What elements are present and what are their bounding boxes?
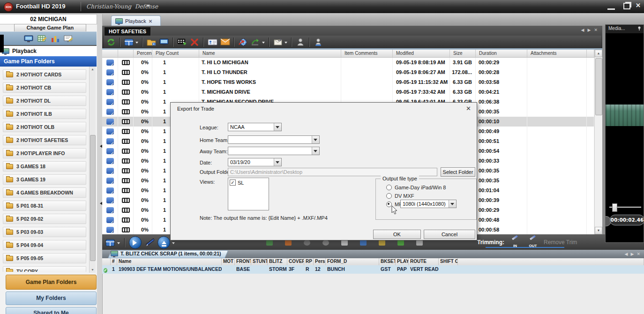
- playlist-tab[interactable]: T. BLITZ CHECK SCRAP (1 items, 00:00:21): [108, 250, 225, 258]
- pin-icon[interactable]: [637, 26, 642, 30]
- column-header-Size[interactable]: Size: [450, 50, 476, 57]
- nav-back-icon[interactable]: ◀: [581, 28, 584, 32]
- playlist-header-FRONT[interactable]: FRONT: [235, 258, 251, 265]
- shared-to-me-button[interactable]: Shared to Me: [6, 307, 97, 314]
- chevron-down-icon[interactable]: [274, 158, 281, 166]
- nav-forward-icon[interactable]: ▶: [588, 28, 591, 32]
- layout-grid-icon[interactable]: [105, 238, 115, 247]
- media-panel-title[interactable]: Media...: [606, 25, 644, 33]
- toolbar-icon-partial[interactable]: [397, 240, 404, 246]
- playlist-row[interactable]: ✓1190903 DEF TEAM MOTIONS/UNBALANCED, Pl…: [102, 265, 644, 274]
- monitor-icon[interactable]: [159, 37, 169, 47]
- column-header-blank[interactable]: [118, 50, 134, 57]
- dialog-close-icon[interactable]: ✕: [466, 105, 471, 112]
- restore-button[interactable]: [623, 3, 630, 9]
- layout-grid-icon[interactable]: [124, 37, 134, 47]
- export-icon[interactable]: [250, 37, 261, 47]
- column-header-blank[interactable]: [587, 50, 594, 57]
- folder-item[interactable]: 2 HOT\HOT CARDS: [3, 69, 86, 80]
- toolbar-icon-partial[interactable]: [360, 240, 367, 246]
- playlist-header-STUNT[interactable]: STUNT: [251, 258, 268, 265]
- column-header-Duration[interactable]: Duration: [476, 50, 527, 57]
- playlist-header-blank[interactable]: [102, 258, 111, 265]
- table-row[interactable]: 0%1T. HI LO MICHIGAN09-05-19 8:08:19 AM3…: [102, 58, 602, 67]
- game-plan-folders-header[interactable]: Game Plan Folders: [0, 56, 97, 67]
- send-attachment-icon[interactable]: [273, 37, 283, 47]
- dropdown-caret-icon[interactable]: [172, 242, 175, 246]
- column-header-Play Count[interactable]: Play Count: [152, 50, 199, 57]
- folder-item[interactable]: 5 P04 09-04: [3, 240, 86, 250]
- folder-item[interactable]: TV COPY: [3, 266, 86, 272]
- table-row[interactable]: 0%1T. HI LO THUNDER09-05-19 8:06:27 AM17…: [102, 67, 602, 77]
- playlist-header-RP[interactable]: RP: [304, 258, 314, 265]
- folder-item[interactable]: 2 HOT\HOT OLB: [3, 122, 86, 132]
- playlist-header-ROUTE[interactable]: ROUTE: [409, 258, 439, 265]
- monitor-icon[interactable]: [24, 35, 33, 43]
- ok-button[interactable]: OK: [373, 230, 421, 239]
- open-folder-video-icon[interactable]: [146, 37, 157, 47]
- remove-trim-button[interactable]: Remove Trim: [544, 239, 577, 246]
- column-header-Attachments[interactable]: Attachments: [527, 50, 587, 57]
- delete-icon[interactable]: [189, 37, 200, 47]
- playback-section-header[interactable]: Playback: [0, 45, 97, 56]
- playlist-header-#[interactable]: #: [111, 258, 117, 265]
- dropdown-caret-icon[interactable]: [117, 242, 120, 246]
- table-row[interactable]: 0%1T. HOPE THIS WORKS09-05-19 11:15:32 A…: [102, 77, 602, 87]
- folder-item[interactable]: 5 P05 09-05: [3, 253, 86, 263]
- scroll-down-icon[interactable]: ▼: [90, 267, 96, 273]
- chevron-down-icon[interactable]: [312, 136, 319, 143]
- playlist-header-BLITZ[interactable]: BLITZ: [268, 258, 287, 265]
- folder-list-scrollbar[interactable]: ▲ ▼: [89, 67, 96, 273]
- column-header-blank[interactable]: [102, 50, 118, 57]
- dropdown-caret-icon[interactable]: [262, 42, 265, 45]
- column-header-Item Comments[interactable]: Item Comments: [341, 50, 393, 57]
- column-header-Percent...[interactable]: Percent...: [134, 50, 152, 57]
- media-slider-handle[interactable]: [612, 203, 617, 212]
- toolbar-icon-partial[interactable]: [322, 240, 329, 246]
- scrollbar-thumb[interactable]: [90, 135, 96, 261]
- dropdown-caret-icon[interactable]: [285, 42, 287, 45]
- playlist-header-blank[interactable]: [458, 258, 644, 265]
- toolbar-icon-partial[interactable]: [285, 240, 292, 246]
- panel-close-icon[interactable]: ✕: [594, 28, 598, 32]
- play-button[interactable]: [129, 236, 142, 249]
- playlist-header-MOT[interactable]: MOT: [222, 258, 235, 265]
- refresh-icon[interactable]: [106, 37, 116, 47]
- change-game-plan-button[interactable]: Change Game Plan: [14, 24, 86, 32]
- close-button[interactable]: ✕: [636, 2, 641, 9]
- mp4-format-select[interactable]: 1080i (1440x1080): [400, 200, 457, 208]
- playlist-close-icon[interactable]: ✕: [637, 252, 640, 256]
- column-header-Name[interactable]: Name: [199, 50, 341, 57]
- chevron-down-icon[interactable]: [449, 200, 456, 208]
- folder-item[interactable]: 2 HOT\HOT DL: [3, 96, 86, 106]
- radio-dvmxf[interactable]: DV MXF: [386, 193, 414, 199]
- game-plan-folders-button[interactable]: Game Plan Folders: [6, 275, 97, 290]
- output-folder-field[interactable]: C:\Users\Administrator\Desktop: [228, 168, 437, 176]
- nav-back-icon[interactable]: ◀: [625, 252, 628, 256]
- radio-gameday[interactable]: Game-Day iPad/Win 8: [386, 185, 446, 190]
- folder-item[interactable]: 3 GAMES 18: [3, 161, 86, 172]
- scrollbar-thumb[interactable]: [595, 58, 602, 115]
- chevron-down-icon[interactable]: [312, 147, 319, 155]
- dropdown-caret-icon[interactable]: [135, 42, 138, 45]
- toolbar-icon-partial[interactable]: [304, 240, 310, 246]
- add-playlist-icon[interactable]: [177, 37, 187, 47]
- away-team-select[interactable]: [228, 147, 320, 155]
- folder-item[interactable]: 3 GAMES 19: [3, 174, 86, 185]
- folder-item[interactable]: 2 HOT\HOT SAFETIES: [3, 135, 86, 145]
- nav-forward-icon[interactable]: ▶: [631, 252, 634, 256]
- checkbox-checked-icon[interactable]: ✓: [230, 179, 236, 186]
- eject-button[interactable]: [157, 236, 170, 249]
- folder-item[interactable]: 2 HOT\PLAYER INFO: [3, 148, 86, 158]
- toolbar-icon-partial[interactable]: [416, 240, 423, 246]
- select-folder-button[interactable]: Select Folder: [441, 167, 475, 177]
- minimize-button[interactable]: [607, 4, 615, 10]
- playlist-header-Pers[interactable]: Pers: [314, 258, 326, 265]
- group-tab-hot-safeties[interactable]: HOT SAFETIES: [104, 27, 151, 36]
- publish-web-icon[interactable]: [238, 37, 248, 47]
- table-row[interactable]: 0%1T. MICHIGAN DRIVE09-05-19 7:33:42 AM6…: [102, 87, 602, 97]
- playlist-header-COVER[interactable]: COVER: [287, 258, 304, 265]
- contact-card-icon[interactable]: [207, 37, 217, 47]
- views-listbox[interactable]: ✓SL: [228, 178, 269, 210]
- my-folders-button[interactable]: My Folders: [6, 292, 97, 305]
